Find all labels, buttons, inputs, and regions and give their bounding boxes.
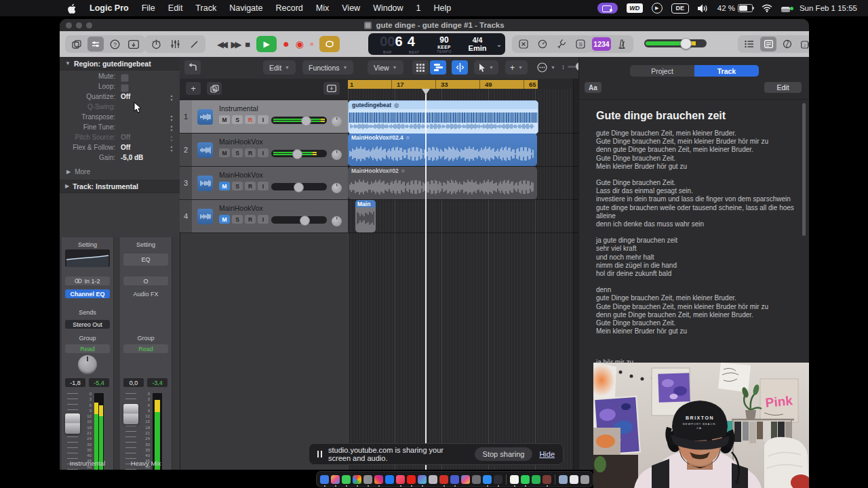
tracks-view-icon[interactable] — [430, 60, 446, 75]
dock-icon-trash[interactable] — [580, 475, 589, 484]
screen-sharing-indicator[interactable] — [597, 3, 618, 14]
param-value[interactable]: -5,0 dB — [121, 154, 143, 161]
dock-icon-mail[interactable] — [483, 475, 492, 484]
input-source-icon[interactable]: DE — [671, 3, 689, 14]
cycle-button[interactable] — [319, 36, 340, 52]
dock-icon-star-app[interactable] — [450, 475, 459, 484]
setting-button[interactable]: Setting — [65, 240, 110, 249]
browsers-icon[interactable]: ♪ — [798, 37, 809, 52]
low-latency-icon[interactable] — [534, 37, 551, 52]
list-editors-icon[interactable] — [741, 37, 757, 52]
sends-label[interactable]: Sends — [65, 308, 110, 317]
go-to-beginning-icon[interactable] — [184, 60, 201, 75]
track-mute-button[interactable]: M — [219, 215, 230, 224]
dock-icon-instagram[interactable] — [374, 475, 383, 484]
dock-icon-clock-app[interactable] — [494, 475, 502, 484]
text-style-button[interactable]: Aa — [585, 82, 601, 93]
apple-icon[interactable] — [68, 3, 77, 14]
lcd-display[interactable]: 006 4 BAR BEAT 90 KEEP TEMPO 4/4 Emin ⌄ — [368, 33, 505, 55]
track-pan-knob[interactable] — [332, 117, 342, 127]
input-slot[interactable]: In 1-2 — [65, 277, 110, 285]
menu-item-edit[interactable]: Edit — [168, 3, 183, 13]
solo-mode-icon[interactable]: S — [572, 37, 589, 52]
track-volume-slider[interactable] — [271, 150, 327, 157]
track-name[interactable]: MainHookVox — [219, 171, 263, 179]
functions-menu[interactable]: Functions▼ — [302, 60, 353, 75]
pause-share-icon[interactable] — [317, 451, 322, 458]
stepper-icon[interactable] — [169, 144, 174, 152]
dock-icon-downloads-folder[interactable] — [559, 475, 568, 484]
volume-thumb[interactable] — [294, 182, 304, 192]
dock-icon-gray-app[interactable] — [429, 475, 437, 484]
track-volume-slider[interactable] — [271, 183, 327, 190]
play-button[interactable]: ▶ — [256, 36, 277, 52]
param-checkbox[interactable] — [121, 84, 129, 92]
track-input-button[interactable]: I — [258, 182, 269, 190]
track-pan-knob[interactable] — [332, 183, 342, 193]
menu-item-1[interactable]: 1 — [416, 3, 421, 13]
track-row-mainhookvox[interactable]: 4MainHookVoxMSRI — [180, 200, 578, 233]
volume-thumb[interactable] — [301, 116, 311, 126]
track-input-button[interactable]: I — [258, 148, 269, 157]
region-mainhookvox02[interactable]: MainHookVox#02○ — [348, 167, 537, 199]
playhead[interactable] — [425, 89, 427, 470]
param-checkbox[interactable] — [121, 74, 129, 82]
menu-item-record[interactable]: Record — [276, 3, 303, 13]
tuner-icon[interactable] — [148, 37, 164, 52]
view-menu[interactable]: View▼ — [368, 60, 403, 75]
region-gutedingebeat[interactable]: gutedingebeat◎ — [348, 100, 538, 134]
count-in-button[interactable]: 1234 — [592, 37, 611, 51]
strip-name[interactable]: Instrumental — [62, 460, 113, 467]
dock-icon-messages[interactable] — [342, 475, 351, 484]
track-record-button[interactable]: R — [245, 148, 256, 157]
channel-eq-slot[interactable]: Channel EQ — [65, 289, 110, 298]
region-inspector-header[interactable]: ▼Region: gutedingebeat — [60, 57, 180, 70]
eq-slot[interactable]: EQ — [123, 253, 168, 266]
menu-clock[interactable]: Sun Feb 1 15:55 — [800, 4, 857, 12]
dock-icon-finder[interactable] — [320, 475, 329, 484]
edit-menu[interactable]: Edit▼ — [263, 60, 296, 75]
volume-icon[interactable] — [698, 4, 709, 13]
track-volume-slider[interactable] — [271, 216, 327, 224]
track-record-button[interactable]: R — [245, 182, 256, 190]
master-volume-slider[interactable] — [644, 39, 707, 47]
stepper-icon[interactable] — [169, 94, 174, 102]
stepper-icon[interactable] — [169, 124, 174, 132]
track-record-button[interactable]: R — [245, 115, 256, 124]
track-pan-knob[interactable] — [332, 216, 342, 226]
track-mute-button[interactable]: M — [219, 148, 230, 157]
menu-item-view[interactable]: View — [342, 3, 360, 13]
param-value[interactable]: Off — [121, 134, 130, 141]
menu-item-help[interactable]: Help — [434, 3, 452, 13]
volume-value[interactable]: 0,0 — [123, 378, 144, 387]
grid-view-icon[interactable] — [412, 60, 429, 75]
menu-item-file[interactable]: File — [142, 3, 155, 13]
track-header-options-icon[interactable] — [323, 82, 340, 95]
group-slot[interactable]: Group — [123, 333, 168, 342]
dock-icon-logic-pro[interactable] — [418, 475, 427, 484]
volume-value[interactable]: -1,8 — [65, 378, 85, 387]
track-header[interactable]: InstrumentalMSRI — [192, 100, 349, 133]
track-name[interactable]: MainHookVox — [219, 138, 263, 146]
track-header[interactable]: MainHookVoxMSRI — [192, 167, 349, 199]
track-record-button[interactable]: R — [245, 215, 256, 224]
secondary-tool-menu[interactable]: +▼ — [505, 60, 528, 75]
playback-menu-icon[interactable]: ▶ — [652, 3, 663, 14]
dock-icon-photos[interactable] — [331, 475, 340, 484]
dock-icon-youtube[interactable] — [407, 475, 416, 484]
track-header[interactable]: MainHookVoxMSRI — [192, 200, 349, 232]
library-icon[interactable]: ♪ — [68, 37, 85, 52]
forward-icon[interactable]: ▶▶ — [231, 39, 239, 49]
menu-item-mix[interactable]: Mix — [316, 3, 329, 13]
lcd-tempo-mode[interactable]: KEEP — [427, 45, 462, 49]
track-solo-button[interactable]: S — [232, 115, 243, 124]
record-button[interactable]: ● — [283, 38, 290, 50]
track-solo-button[interactable]: S — [232, 148, 243, 157]
volume-thumb[interactable] — [680, 38, 692, 49]
volume-fader[interactable] — [123, 404, 138, 424]
drag-mode-menu[interactable]: ▼ — [533, 60, 559, 75]
capture-record-icon[interactable]: ◉ — [296, 39, 304, 49]
audio-fx-slot[interactable]: Audio FX — [123, 289, 168, 298]
dock-icon-document[interactable] — [570, 475, 578, 484]
dock-icon-gray-app-2[interactable] — [472, 475, 481, 484]
